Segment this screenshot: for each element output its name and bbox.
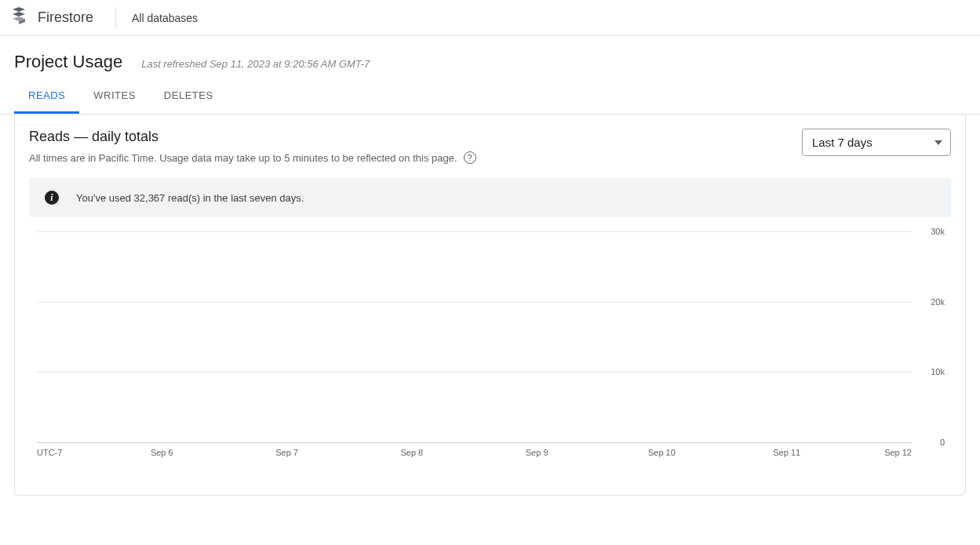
y-tick-label: 20k xyxy=(931,297,945,307)
card: Reads — daily totals All times are in Pa… xyxy=(14,114,966,496)
range-select[interactable]: Last 7 days xyxy=(802,129,951,156)
tab-writes[interactable]: WRITES xyxy=(79,78,150,114)
scope-label[interactable]: All databases xyxy=(132,12,198,24)
x-tick-label: Sep 8 xyxy=(400,448,423,457)
firestore-icon xyxy=(9,7,28,29)
info-banner: i You've used 32,367 read(s) in the last… xyxy=(29,178,951,217)
range-select-label: Last 7 days xyxy=(812,136,873,149)
tab-deletes[interactable]: DELETES xyxy=(150,78,228,114)
y-tick-label: 30k xyxy=(931,227,945,236)
info-icon: i xyxy=(45,191,59,205)
last-refreshed: Last refreshed Sep 11, 2023 at 9:20:56 A… xyxy=(141,58,370,70)
header: Project Usage Last refreshed Sep 11, 202… xyxy=(0,36,980,78)
brand-name: Firestore xyxy=(38,9,93,26)
y-tick-label: 0 xyxy=(940,438,945,447)
card-subtext: All times are in Pacific Time. Usage dat… xyxy=(29,152,457,164)
help-icon[interactable]: ? xyxy=(464,151,476,164)
gridline xyxy=(37,302,912,303)
info-banner-text: You've used 32,367 read(s) in the last s… xyxy=(76,192,304,204)
card-title: Reads — daily totals xyxy=(29,129,476,145)
x-tick-label: Sep 11 xyxy=(773,448,800,457)
x-tick-label: Sep 12 xyxy=(884,448,912,457)
x-tick-label: UTC-7 xyxy=(37,448,62,457)
page-title: Project Usage xyxy=(14,52,122,72)
brand: Firestore xyxy=(9,7,93,29)
chevron-down-icon xyxy=(934,140,942,145)
topbar: Firestore All databases xyxy=(0,0,980,36)
x-tick-label: Sep 9 xyxy=(526,448,548,457)
x-tick-label: Sep 7 xyxy=(275,448,298,457)
gridline xyxy=(37,372,912,372)
gridline xyxy=(37,231,912,232)
tab-reads[interactable]: READS xyxy=(14,78,79,114)
tabs: READS WRITES DELETES xyxy=(0,78,980,114)
chart: 010k20k30k UTC-7Sep 6Sep 7Sep 8Sep 9Sep … xyxy=(29,231,951,481)
x-tick-label: Sep 6 xyxy=(151,448,173,457)
y-tick-label: 10k xyxy=(931,367,945,376)
divider xyxy=(115,7,116,29)
x-tick-label: Sep 10 xyxy=(648,448,676,457)
